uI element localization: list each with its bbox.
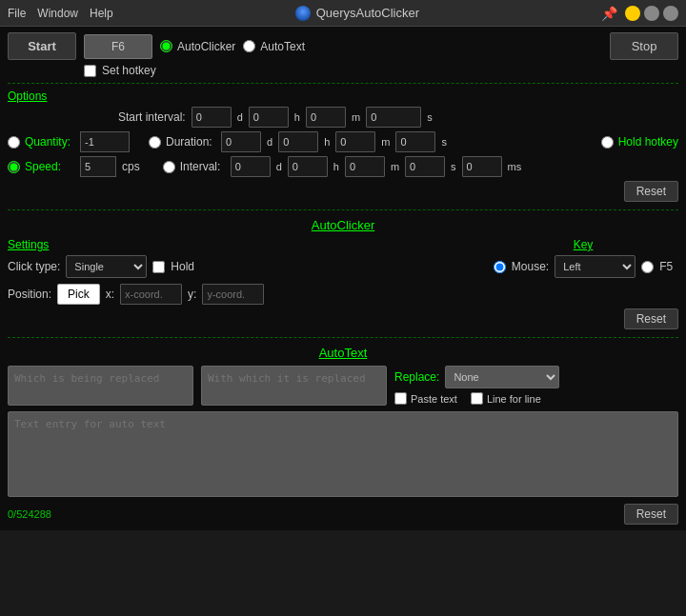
menu-file[interactable]: File — [8, 7, 26, 20]
hotkey-display: F6 — [84, 34, 152, 59]
window-controls[interactable]: 📌 — [601, 6, 678, 21]
speed-row: Speed: cps Interval: d h m s ms — [8, 156, 678, 177]
duration-radio[interactable] — [149, 136, 161, 149]
autoclicker-divider — [8, 209, 678, 210]
autotext-radio-group[interactable]: AutoText — [243, 40, 305, 53]
click-type-row: Click type: Single Double Triple Hold — [8, 255, 488, 278]
duration-h[interactable] — [278, 131, 318, 152]
autoclicker-label: AutoClicker — [177, 40, 235, 53]
duration-label: Duration: — [166, 135, 212, 149]
quantity-radio-group[interactable]: Quantity: — [8, 135, 74, 149]
cps-label: cps — [122, 160, 140, 173]
interval-h[interactable] — [288, 156, 328, 177]
speed-radio-group[interactable]: Speed: — [8, 160, 74, 173]
quantity-input[interactable] — [80, 131, 130, 152]
autoclicker-settings-area: Settings Click type: Single Double Tripl… — [8, 238, 678, 305]
titlebar: File Window Help QuerysAutoClicker 📌 — [0, 0, 686, 27]
autoclicker-reset-button[interactable]: Reset — [624, 308, 678, 329]
interval-s[interactable] — [405, 156, 445, 177]
mouse-row: Mouse: Left Right Middle F5 — [494, 255, 673, 278]
toolbar: Start F6 AutoClicker AutoText Stop — [8, 32, 678, 60]
m-unit3: m — [391, 161, 399, 172]
paste-text-checkbox[interactable] — [394, 392, 407, 405]
paste-text-label[interactable]: Paste text — [394, 392, 457, 405]
replace-col: Replace: None All First Paste text Line … — [394, 366, 559, 405]
autoclicker-radio-group[interactable]: AutoClicker — [160, 40, 235, 53]
replace-select[interactable]: None All First — [445, 366, 559, 388]
with-which-input[interactable] — [201, 366, 387, 406]
window-title: QuerysAutoClicker — [113, 6, 601, 21]
interval-ms[interactable] — [462, 156, 502, 177]
stop-button[interactable]: Stop — [610, 32, 678, 60]
minimize-button[interactable] — [625, 6, 640, 21]
start-interval-d[interactable] — [192, 107, 232, 128]
line-for-line-checkbox[interactable] — [471, 392, 483, 405]
autoclicker-reset-row: Reset — [8, 308, 678, 329]
hold-hotkey-radio[interactable] — [601, 136, 614, 149]
interval-radio-group[interactable]: Interval: — [163, 160, 225, 173]
click-type-select[interactable]: Single Double Triple — [66, 255, 147, 278]
autotext-section-title: AutoText — [8, 346, 678, 360]
speed-label: Speed: — [25, 160, 61, 173]
pick-button[interactable]: Pick — [57, 284, 100, 305]
s-unit2: s — [441, 136, 447, 148]
start-interval-m[interactable] — [306, 107, 346, 128]
position-row: Position: Pick x: y: — [8, 284, 488, 305]
h-unit3: h — [333, 161, 339, 172]
options-reset-button[interactable]: Reset — [624, 181, 678, 202]
set-hotkey-checkbox[interactable] — [84, 65, 96, 77]
quantity-row: Quantity: Duration: d h m s Hold hotkey — [8, 131, 678, 152]
pin-icon[interactable]: 📌 — [601, 6, 617, 21]
h-unit1: h — [294, 111, 300, 123]
y-label: y: — [188, 288, 196, 301]
menu-window[interactable]: Window — [37, 7, 78, 20]
autoclicker-radio[interactable] — [160, 40, 172, 52]
mouse-select[interactable]: Left Right Middle — [555, 255, 636, 278]
interval-radio[interactable] — [163, 161, 175, 173]
interval-d[interactable] — [231, 156, 271, 177]
hold-hotkey-group[interactable]: Hold hotkey — [601, 135, 678, 149]
quantity-radio[interactable] — [8, 136, 20, 149]
f5-label: F5 — [659, 260, 673, 273]
start-interval-h[interactable] — [249, 107, 289, 128]
close-button[interactable] — [663, 6, 678, 21]
hold-checkbox[interactable] — [152, 261, 165, 273]
start-interval-s[interactable] — [366, 107, 421, 128]
y-coord-input[interactable] — [202, 284, 264, 305]
x-coord-input[interactable] — [120, 284, 182, 305]
d-unit1: d — [237, 111, 243, 123]
which-replaced-input[interactable] — [8, 366, 193, 406]
m-unit1: m — [352, 111, 360, 123]
autotext-radio[interactable] — [243, 40, 255, 52]
line-for-line-label[interactable]: Line for line — [471, 392, 541, 405]
options-reset-row: Reset — [8, 181, 678, 202]
start-button[interactable]: Start — [8, 32, 76, 60]
app-icon — [295, 6, 311, 21]
set-hotkey-row: Set hotkey — [84, 64, 678, 77]
duration-s[interactable] — [395, 131, 435, 152]
hold-hotkey-label: Hold hotkey — [618, 135, 678, 149]
text-entry-textarea[interactable] — [8, 411, 678, 497]
quantity-label: Quantity: — [25, 135, 71, 149]
duration-d[interactable] — [221, 131, 261, 152]
interval-label: Interval: — [180, 160, 221, 173]
checkbox-row: Paste text Line for line — [394, 392, 559, 405]
autotext-reset-button[interactable]: Reset — [624, 504, 678, 525]
autotext-footer: 0/524288 Reset — [8, 504, 678, 525]
speed-input[interactable] — [80, 156, 116, 177]
duration-m[interactable] — [335, 131, 375, 152]
duration-radio-group[interactable]: Duration: — [149, 135, 215, 149]
replace-label: Replace: — [394, 370, 439, 384]
menu-bar[interactable]: File Window Help — [8, 7, 113, 20]
maximize-button[interactable] — [644, 6, 659, 21]
h-unit2: h — [324, 136, 330, 148]
m-unit2: m — [381, 136, 390, 148]
main-content: Start F6 AutoClicker AutoText Stop Set h… — [0, 27, 686, 530]
interval-m[interactable] — [345, 156, 385, 177]
char-count: 0/524288 — [8, 508, 51, 520]
f5-radio[interactable] — [641, 261, 654, 273]
menu-help[interactable]: Help — [90, 7, 113, 20]
options-link[interactable]: Options — [8, 89, 47, 103]
speed-radio[interactable] — [8, 161, 20, 173]
mouse-radio[interactable] — [494, 261, 506, 273]
